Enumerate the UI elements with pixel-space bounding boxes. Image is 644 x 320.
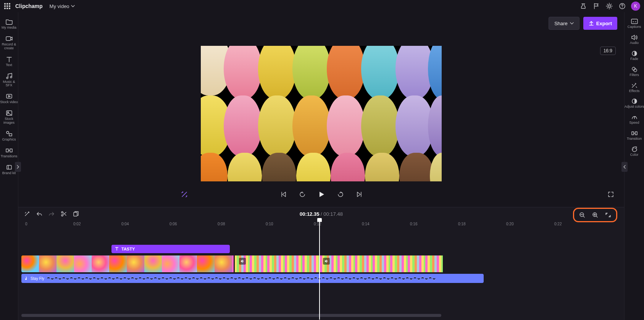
collapse-right-panel-button[interactable] xyxy=(621,162,628,172)
clip-audio-icon[interactable] xyxy=(323,258,330,265)
share-button[interactable]: Share xyxy=(549,17,579,30)
sidebar-item-transitions[interactable]: Transitions xyxy=(0,145,18,160)
captions-icon xyxy=(631,18,638,24)
upload-icon xyxy=(589,21,594,26)
scrollbar-thumb[interactable] xyxy=(21,314,441,317)
total-time: 00:17.48 xyxy=(323,211,343,217)
svg-rect-21 xyxy=(635,132,637,135)
rightpanel-transition[interactable]: Transition xyxy=(625,128,644,142)
image-icon xyxy=(5,110,13,116)
rightpanel-fade[interactable]: Fade xyxy=(625,48,644,63)
playhead[interactable] xyxy=(319,220,320,320)
sidebar-item-graphics[interactable]: Graphics xyxy=(0,128,18,143)
chevron-down-icon xyxy=(570,21,574,25)
svg-rect-20 xyxy=(632,132,634,135)
apps-launcher-icon[interactable] xyxy=(4,3,11,10)
duplicate-button[interactable] xyxy=(71,209,81,219)
sidebar-item-text[interactable]: Text xyxy=(0,53,18,69)
forward-button[interactable] xyxy=(335,189,346,200)
video-preview[interactable] xyxy=(201,46,442,181)
video-track[interactable] xyxy=(21,255,484,272)
sidebar-item-my-media[interactable]: My media xyxy=(0,16,18,31)
rightpanel-label: Audio xyxy=(630,41,639,45)
sidebar-item-stock-video[interactable]: Stock video xyxy=(0,91,18,106)
rightpanel-color[interactable]: Color xyxy=(625,144,644,158)
rightpanel-filters[interactable]: Filters xyxy=(625,64,644,79)
upgrade-icon[interactable] xyxy=(577,0,590,12)
timeline-panel: 00:12.35 / 00:17.48 0 0:02 0:04 0:06 0:0… xyxy=(18,207,624,320)
ruler-tick: 0:06 xyxy=(169,222,177,226)
sidebar-item-stock-images[interactable]: Stock images xyxy=(0,107,18,126)
svg-rect-3 xyxy=(6,94,12,98)
svg-point-5 xyxy=(7,112,8,113)
sidebar-item-record-create[interactable]: Record & create xyxy=(0,33,18,52)
split-button[interactable] xyxy=(59,209,69,219)
export-label: Export xyxy=(596,21,612,26)
rightpanel-label: Filters xyxy=(629,73,639,77)
redo-button[interactable] xyxy=(47,209,56,219)
chevron-left-icon xyxy=(623,165,626,169)
svg-rect-8 xyxy=(6,149,8,152)
timeline-scrollbar[interactable] xyxy=(21,314,621,317)
stage-top-bar: Share Export xyxy=(18,12,624,31)
music-note-icon xyxy=(24,276,28,281)
help-icon[interactable] xyxy=(616,0,629,12)
auto-tool-button[interactable] xyxy=(22,209,32,219)
export-button[interactable]: Export xyxy=(583,17,617,30)
timeline-ruler[interactable]: 0 0:02 0:04 0:06 0:08 0:10 0:12 0:14 0:1… xyxy=(21,220,621,229)
svg-point-23 xyxy=(633,148,634,149)
sidebar-label: Record & create xyxy=(0,43,18,50)
rightpanel-label: Adjust colors xyxy=(625,105,644,109)
project-name-dropdown[interactable]: My video xyxy=(50,3,75,9)
rightpanel-label: Transition xyxy=(627,137,642,141)
ruler-tick: 0 xyxy=(25,222,27,226)
sidebar-label: Graphics xyxy=(2,138,16,142)
ruler-tick: 0:12 xyxy=(314,222,321,226)
svg-point-22 xyxy=(633,149,633,150)
palette-icon xyxy=(631,146,638,152)
text-clip-label: TASTY xyxy=(121,247,135,251)
waveform-icon xyxy=(47,275,436,282)
svg-rect-12 xyxy=(74,212,77,216)
rightpanel-effects[interactable]: Effects xyxy=(625,80,644,95)
rightpanel-speed[interactable]: Speed xyxy=(625,112,644,126)
play-button[interactable] xyxy=(316,189,327,200)
clip-audio-icon[interactable] xyxy=(239,258,246,265)
audio-clip[interactable]: Stay Fly xyxy=(21,274,484,283)
ai-magic-button[interactable] xyxy=(179,189,190,200)
rightpanel-label: Effects xyxy=(629,89,639,93)
rightpanel-adjust-colors[interactable]: Adjust colors xyxy=(625,96,644,110)
rewind-button[interactable] xyxy=(297,189,308,200)
music-icon xyxy=(5,73,13,79)
svg-point-24 xyxy=(635,148,636,149)
transition-icon xyxy=(5,147,13,154)
zoom-fit-button[interactable] xyxy=(603,210,613,220)
zoom-out-button[interactable] xyxy=(577,210,587,220)
sidebar-item-music-sfx[interactable]: Music & SFX xyxy=(0,70,18,89)
skip-start-button[interactable] xyxy=(278,189,289,200)
effects-icon xyxy=(631,82,638,89)
center-panel: Share Export 16:9 xyxy=(18,12,624,320)
rightpanel-captions[interactable]: Captions xyxy=(625,16,644,31)
undo-button[interactable] xyxy=(34,209,44,219)
zoom-in-button[interactable] xyxy=(590,210,600,220)
fullscreen-button[interactable] xyxy=(605,189,617,200)
contrast-icon xyxy=(631,98,638,104)
sidebar-label: Transitions xyxy=(1,155,18,158)
video-library-icon xyxy=(5,93,13,100)
aspect-ratio-button[interactable]: 16:9 xyxy=(600,47,616,55)
settings-gear-icon[interactable] xyxy=(603,0,616,12)
rightpanel-audio[interactable]: Audio xyxy=(625,32,644,47)
fade-icon xyxy=(631,50,638,57)
sidebar-label: Stock images xyxy=(0,117,18,125)
brandkit-icon xyxy=(5,164,13,171)
svg-rect-15 xyxy=(631,19,638,24)
timeline-tracks[interactable]: TASTY xyxy=(21,245,621,306)
camera-icon xyxy=(5,35,13,42)
sidebar-label: Text xyxy=(6,63,12,67)
shapes-icon xyxy=(5,130,13,137)
feedback-flag-icon[interactable] xyxy=(590,0,603,12)
skip-end-button[interactable] xyxy=(354,189,365,200)
user-avatar[interactable]: K xyxy=(631,2,640,11)
text-clip[interactable]: TASTY xyxy=(111,245,230,253)
